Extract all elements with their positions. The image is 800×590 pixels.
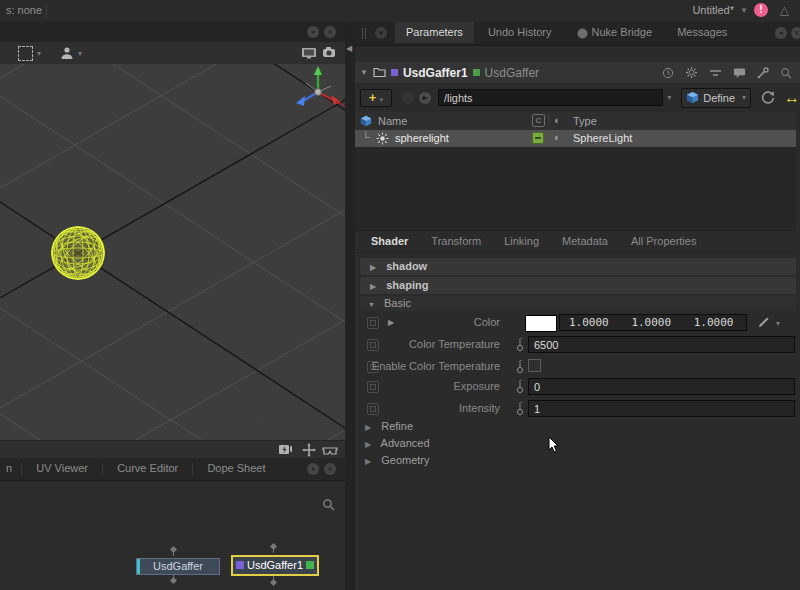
state-pin-icon[interactable] (516, 337, 524, 352)
node-type: UsdGaffer (485, 66, 539, 80)
light-enabled-badge-icon[interactable] (532, 132, 544, 144)
tab-metadata[interactable]: Metadata (552, 232, 618, 250)
scene-table-body[interactable] (355, 147, 796, 231)
node-usdgaffer[interactable]: UsdGaffer (136, 558, 220, 575)
define-label: Define (703, 92, 735, 104)
bottom-tab-partial[interactable]: n (0, 458, 18, 479)
property-tabs: Shader Transform Linking Metadata All Pr… (355, 232, 796, 253)
document-title-caret-icon[interactable]: ▼ (740, 6, 748, 15)
node-output-port[interactable] (170, 577, 177, 584)
color-options-caret-icon[interactable]: ▾ (776, 319, 780, 328)
flipbook-camera-icon[interactable] (278, 444, 293, 455)
tab-linking[interactable]: Linking (494, 232, 549, 250)
add-location-button[interactable]: + ▾ (360, 89, 392, 107)
tab-undo-history[interactable]: Undo History (477, 22, 563, 43)
collapse-node-icon[interactable]: ▼ (360, 68, 368, 77)
refresh-icon[interactable] (760, 90, 776, 106)
node-usdgaffer1-selected[interactable]: UsdGaffer1 (231, 555, 319, 576)
manipulator-caret-icon[interactable]: ▾ (78, 49, 82, 58)
panel-options-icon[interactable]: ▾ (375, 27, 387, 39)
warning-triangle-icon[interactable]: △ (780, 3, 789, 17)
panel-close-icon[interactable]: × (324, 463, 336, 475)
scene-table-row-spherelight[interactable]: └ spherelight ◐ SphereLight (355, 130, 796, 147)
manipulator-person-icon[interactable] (60, 46, 74, 60)
intensity-input[interactable] (528, 400, 795, 417)
panel-close-icon[interactable]: × (791, 27, 800, 39)
path-history-caret-icon[interactable]: ▾ (667, 93, 671, 102)
cube-icon (360, 115, 372, 127)
viewport-3d[interactable] (0, 64, 345, 440)
stereo-glasses-icon[interactable] (322, 445, 338, 455)
plus-label: + (369, 90, 377, 105)
column-c-badge-icon[interactable]: C (532, 114, 545, 127)
state-pin-icon[interactable] (516, 379, 524, 394)
section-shaping[interactable]: ▶ shaping (360, 277, 796, 294)
color-values-field[interactable]: 1.0000 1.0000 1.0000 (559, 314, 747, 331)
bottom-tab-dope-sheet[interactable]: Dope Sheet (196, 458, 276, 479)
state-pin-icon[interactable] (516, 401, 524, 416)
path-input[interactable] (438, 89, 663, 106)
tab-nuke-bridge[interactable]: Nuke Bridge (566, 22, 664, 44)
color-temperature-input[interactable] (528, 336, 795, 353)
state-pin-icon[interactable] (516, 359, 524, 374)
alert-badge-icon[interactable]: ! (754, 3, 768, 17)
node-green-badge (306, 561, 314, 569)
group-advanced[interactable]: ▶ Advanced (365, 437, 795, 453)
color-r[interactable]: 1.0000 (560, 316, 609, 329)
group-label: Geometry (381, 454, 429, 466)
search-icon[interactable] (780, 67, 792, 79)
tab-all-properties[interactable]: All Properties (621, 232, 706, 250)
color-b[interactable]: 1.0000 (678, 316, 734, 329)
color-picker-pen-icon[interactable] (758, 316, 770, 328)
folder-icon (373, 67, 386, 78)
group-refine[interactable]: ▶ Refine (365, 420, 795, 436)
panel-menu-icon[interactable]: ▪ (775, 27, 787, 39)
marquee-select-caret-icon[interactable]: ▾ (37, 49, 41, 58)
section-basic[interactable]: ▼ Basic (360, 296, 796, 311)
marquee-select-icon[interactable] (18, 46, 33, 61)
color-g[interactable]: 1.0000 (615, 316, 671, 329)
search-icon[interactable] (322, 498, 335, 511)
define-mode-dropdown[interactable]: Define ▾ (681, 88, 751, 108)
monitor-icon[interactable] (301, 47, 317, 59)
collapse-left-icon[interactable]: ◀ (346, 44, 352, 53)
tab-messages[interactable]: Messages (666, 22, 738, 43)
tab-parameters[interactable]: Parameters (395, 22, 474, 43)
nodegraph-panel[interactable]: UsdGaffer UsdGaffer1 (0, 480, 345, 590)
visibility-half-circle-icon[interactable]: ◐ (554, 114, 561, 126)
bottom-tab-uv-viewer[interactable]: UV Viewer (25, 458, 99, 479)
document-title[interactable]: Untitled* (692, 4, 734, 16)
define-caret-icon: ▾ (742, 93, 746, 102)
bottom-tab-curve-editor[interactable]: Curve Editor (106, 458, 189, 479)
panel-close-icon[interactable]: × (324, 26, 336, 38)
color-swatch[interactable] (525, 315, 557, 332)
visibility-half-circle-icon[interactable]: ◐ (554, 131, 561, 143)
tab-transform[interactable]: Transform (421, 232, 491, 250)
panel-splitter[interactable]: ◀ (345, 22, 355, 590)
panel-menu-icon[interactable]: ▪ (307, 26, 319, 38)
node-output-port[interactable] (270, 579, 277, 586)
expand-arrows-icon[interactable]: ↔ (784, 89, 800, 107)
enable-color-temperature-checkbox[interactable] (528, 359, 541, 372)
tab-label: Nuke Bridge (592, 26, 653, 38)
bottom-tabbar: n UV Viewer Curve Editor Dope Sheet ▪ × (0, 458, 345, 481)
comment-bubble-icon[interactable] (733, 67, 746, 79)
group-geometry[interactable]: ▶ Geometry (365, 454, 795, 470)
clock-icon[interactable] (662, 67, 674, 79)
group-label: Advanced (381, 437, 430, 449)
tab-shader[interactable]: Shader (361, 232, 418, 250)
column-type[interactable]: Type (573, 115, 597, 127)
snapshot-camera-icon[interactable] (322, 46, 337, 59)
section-shadow[interactable]: ▶ shadow (360, 258, 796, 275)
undo-path-icon[interactable] (418, 91, 432, 105)
wedge-icon[interactable] (709, 68, 722, 78)
panel-menu-icon[interactable]: ▪ (307, 463, 319, 475)
pan-move-icon[interactable] (302, 443, 316, 457)
exposure-input[interactable] (528, 378, 795, 395)
lock-state-icon[interactable] (402, 92, 414, 104)
wrench-icon[interactable] (757, 67, 769, 79)
gear-icon[interactable] (685, 66, 698, 79)
column-name[interactable]: Name (378, 115, 407, 127)
drag-grip[interactable] (362, 28, 363, 39)
nuke-logo-icon (577, 28, 588, 39)
